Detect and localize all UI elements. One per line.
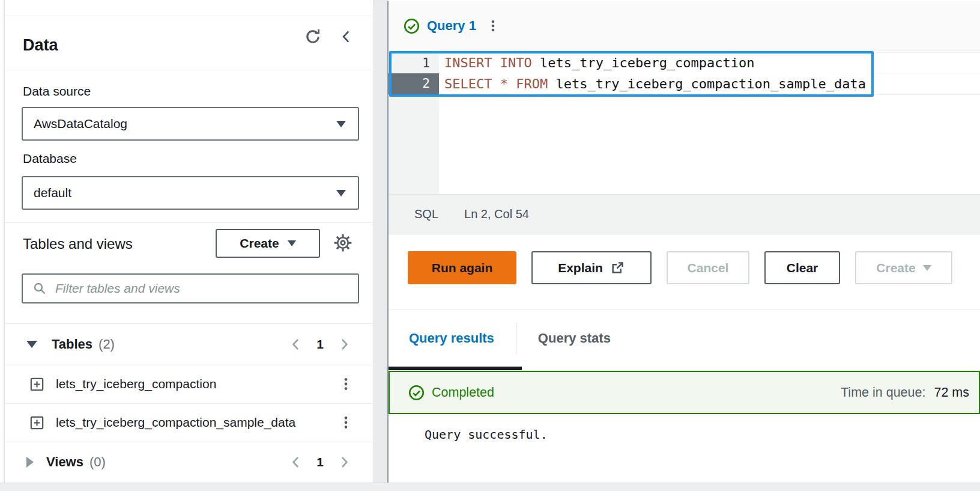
explain-label: Explain <box>558 261 603 275</box>
chevron-left-icon <box>289 337 303 352</box>
create-button-label: Create <box>240 236 279 251</box>
caret-down-icon <box>26 341 37 348</box>
expand-plus-icon <box>29 376 45 392</box>
chevron-down-icon <box>288 240 296 246</box>
table-settings-button[interactable] <box>334 234 352 252</box>
views-count: (0) <box>89 454 106 470</box>
editor-status-bar: SQL Ln 2, Col 54 <box>389 194 980 234</box>
expand-table-button[interactable] <box>29 415 45 431</box>
cursor-position: Ln 2, Col 54 <box>464 207 529 221</box>
table-name: lets_try_iceberg_compaction <box>56 377 216 391</box>
time-in-queue-value: 72 ms <box>934 385 969 400</box>
row-extension-line <box>876 52 980 53</box>
athena-query-editor: Data Data source AwsDataCatalog Database <box>0 0 980 491</box>
data-source-select[interactable]: AwsDataCatalog <box>22 107 359 141</box>
data-source-value: AwsDataCatalog <box>34 117 336 131</box>
chevron-left-icon <box>289 455 303 469</box>
tables-section-header[interactable]: Tables (2) 1 <box>5 323 373 365</box>
query-tab-title[interactable]: Query 1 <box>427 18 476 34</box>
caret-right-icon <box>26 457 34 468</box>
tables-count: (2) <box>98 337 115 352</box>
query-output-text: Query successful. <box>425 427 548 442</box>
clear-label: Clear <box>787 261 818 275</box>
chevron-down-icon <box>336 190 346 197</box>
query-tab-menu-button[interactable] <box>485 17 501 34</box>
tables-and-views-title: Tables and views <box>23 236 133 252</box>
table-name: lets_try_iceberg_compaction_sample_data <box>56 415 295 430</box>
data-panel-title: Data <box>23 36 58 55</box>
chevron-down-icon <box>336 121 346 127</box>
panel-top-hairline <box>5 16 373 16</box>
views-section-header[interactable]: Views (0) 1 <box>5 442 373 483</box>
run-again-button[interactable]: Run again <box>408 251 516 284</box>
sql-editor[interactable]: 1 2 INSERT INTO lets_try_iceberg_compact… <box>389 51 980 194</box>
database-label: Database <box>23 151 77 166</box>
language-mode: SQL <box>414 207 438 221</box>
bottom-strip <box>0 483 980 491</box>
chevron-left-icon <box>339 29 354 44</box>
chevron-right-icon <box>337 455 351 469</box>
tables-page-number: 1 <box>316 337 324 352</box>
kebab-menu-icon <box>486 19 500 33</box>
collapse-panel-button[interactable] <box>339 29 354 44</box>
external-link-icon <box>610 260 625 275</box>
status-completed-label: Completed <box>432 385 494 400</box>
results-tabs: Query results Query stats <box>389 310 980 367</box>
row-extension-line <box>876 73 980 73</box>
views-section-label: Views <box>46 454 83 470</box>
views-page-number: 1 <box>316 455 324 469</box>
time-in-queue-label: Time in queue: <box>841 385 925 400</box>
statement-selection-box <box>389 51 874 97</box>
section-divider <box>5 222 373 223</box>
table-actions-button[interactable] <box>337 375 355 393</box>
expand-table-button[interactable] <box>29 376 45 392</box>
create-dropdown-button: Create <box>855 251 952 284</box>
check-circle-icon <box>404 18 420 34</box>
query-panel: Query 1 1 2 INSERT INTO lets_try_iceberg… <box>389 0 980 483</box>
run-again-label: Run again <box>432 261 493 275</box>
query-tab-bar: Query 1 <box>389 1 980 51</box>
table-row[interactable]: lets_try_iceberg_compaction_sample_data <box>5 403 373 442</box>
create-table-button[interactable]: Create <box>216 229 320 258</box>
filter-tables-input[interactable] <box>54 281 349 296</box>
views-next-page-button[interactable] <box>337 455 351 469</box>
table-row[interactable]: lets_try_iceberg_compaction <box>5 365 373 403</box>
row-extension-line <box>876 94 980 95</box>
tab-separator <box>516 323 516 354</box>
database-select[interactable]: default <box>22 176 359 210</box>
kebab-menu-icon <box>338 376 354 392</box>
refresh-icon <box>304 28 322 46</box>
search-icon <box>32 281 47 296</box>
database-value: default <box>34 186 336 200</box>
active-tab-underline <box>389 367 522 370</box>
tab-query-results[interactable]: Query results <box>409 331 494 346</box>
refresh-button[interactable] <box>304 28 322 46</box>
tables-prev-page-button[interactable] <box>289 337 303 352</box>
views-prev-page-button[interactable] <box>289 455 303 469</box>
query-status-banner: Completed Time in queue: 72 ms <box>389 371 980 414</box>
table-actions-button[interactable] <box>337 413 355 432</box>
gear-icon <box>334 234 352 252</box>
explain-button[interactable]: Explain <box>531 251 652 284</box>
header-divider <box>5 70 373 70</box>
cancel-label: Cancel <box>688 261 729 275</box>
chevron-right-icon <box>337 337 351 352</box>
tables-next-page-button[interactable] <box>337 337 351 352</box>
tab-query-stats[interactable]: Query stats <box>538 331 611 346</box>
query-actions: Run again Explain Cancel Clear Cr <box>389 251 980 284</box>
tables-section-label: Tables <box>52 337 92 352</box>
filter-tables-search <box>22 273 359 303</box>
page-left-edge <box>0 0 5 483</box>
data-panel: Data Data source AwsDataCatalog Database <box>5 0 373 483</box>
cancel-button: Cancel <box>667 251 749 284</box>
check-circle-icon <box>408 385 425 401</box>
chevron-down-icon <box>923 265 931 271</box>
clear-button[interactable]: Clear <box>764 251 840 284</box>
kebab-menu-icon <box>338 415 354 430</box>
data-source-label: Data source <box>23 84 91 99</box>
panel-split-divider[interactable] <box>373 0 389 483</box>
expand-plus-icon <box>29 415 45 431</box>
create-label: Create <box>876 261 915 275</box>
